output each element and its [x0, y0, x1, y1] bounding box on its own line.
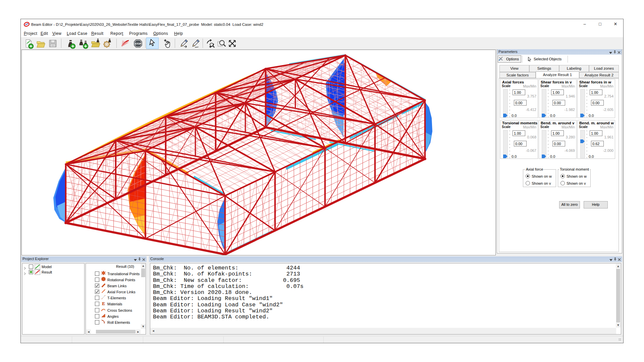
svg-text:STOP: STOP: [135, 42, 141, 45]
svg-text:E: E: [102, 301, 105, 306]
